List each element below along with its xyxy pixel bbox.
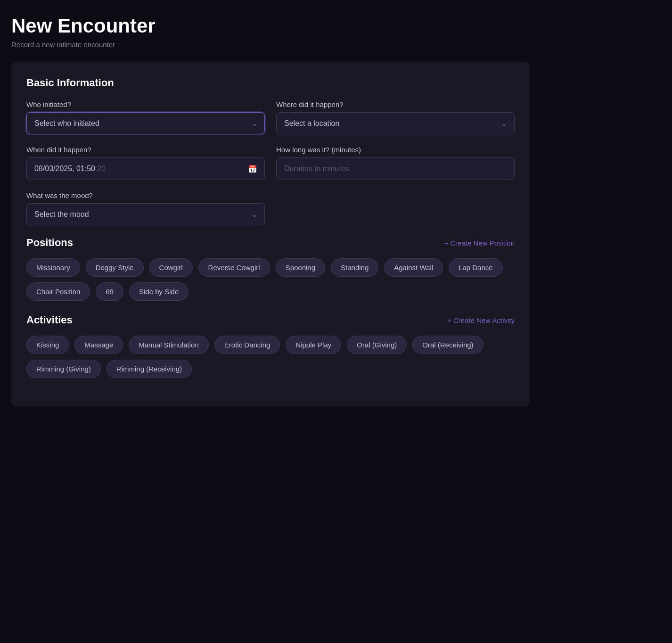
position-chip[interactable]: Against Wall xyxy=(384,258,443,277)
activity-chip[interactable]: Massage xyxy=(74,336,123,354)
form-row-3: What was the mood? Select the mood ⌄ xyxy=(26,191,515,225)
who-initiated-group: Who initiated? Select who initiated ⌄ xyxy=(26,100,265,134)
where-happened-group: Where did it happen? Select a location ⌄ xyxy=(276,100,515,134)
positions-header: Positions + Create New Position xyxy=(26,237,515,249)
positions-title: Positions xyxy=(26,237,73,249)
duration-input[interactable] xyxy=(276,157,515,180)
position-chip[interactable]: Chair Position xyxy=(26,282,90,301)
how-long-group: How long was it? (minutes) xyxy=(276,146,515,180)
datetime-wrapper: 08/03/2025, 01:50:20 📅 xyxy=(26,157,265,180)
position-chip[interactable]: Standing xyxy=(331,258,378,277)
date-value: 08/03/2025, 01:50:20 xyxy=(34,165,106,173)
activity-chip[interactable]: Kissing xyxy=(26,336,69,354)
activity-chip[interactable]: Erotic Dancing xyxy=(214,336,280,354)
mood-select[interactable]: Select the mood xyxy=(26,203,265,225)
form-row-2: When did it happen? 08/03/2025, 01:50:20… xyxy=(26,146,515,180)
position-chip[interactable]: Spooning xyxy=(276,258,325,277)
who-initiated-label: Who initiated? xyxy=(26,100,265,108)
who-initiated-select-wrapper: Select who initiated ⌄ xyxy=(26,112,265,134)
main-card: Basic Information Who initiated? Select … xyxy=(11,62,530,406)
page-subtitle: Record a new intimate encounter xyxy=(11,41,661,49)
position-chip[interactable]: Reverse Cowgirl xyxy=(198,258,270,277)
position-chip[interactable]: Side by Side xyxy=(129,282,188,301)
page-header: New Encounter Record a new intimate enco… xyxy=(11,15,661,49)
page-title: New Encounter xyxy=(11,15,661,37)
activities-chips: KissingMassageManual StimulationErotic D… xyxy=(26,336,515,378)
activity-chip[interactable]: Rimming (Giving) xyxy=(26,360,101,378)
position-chip[interactable]: Lap Dance xyxy=(449,258,503,277)
who-initiated-select[interactable]: Select who initiated xyxy=(26,112,265,134)
activity-chip[interactable]: Rimming (Receiving) xyxy=(107,360,192,378)
date-display[interactable]: 08/03/2025, 01:50:20 xyxy=(26,157,265,180)
mood-group: What was the mood? Select the mood ⌄ xyxy=(26,191,265,225)
create-position-link[interactable]: + Create New Position xyxy=(444,239,515,247)
position-chip[interactable]: Doggy Style xyxy=(86,258,144,277)
where-happened-select[interactable]: Select a location xyxy=(276,112,515,134)
activities-title: Activities xyxy=(26,314,73,326)
positions-chips: MissionaryDoggy StyleCowgirlReverse Cowg… xyxy=(26,258,515,301)
basic-info-title: Basic Information xyxy=(26,77,515,89)
form-row-1: Who initiated? Select who initiated ⌄ Wh… xyxy=(26,100,515,134)
mood-label: What was the mood? xyxy=(26,191,265,199)
activity-chip[interactable]: Nipple Play xyxy=(286,336,341,354)
when-happened-label: When did it happen? xyxy=(26,146,265,154)
position-chip[interactable]: 69 xyxy=(96,282,123,301)
where-happened-label: Where did it happen? xyxy=(276,100,515,108)
mood-select-wrapper: Select the mood ⌄ xyxy=(26,203,265,225)
position-chip[interactable]: Cowgirl xyxy=(149,258,193,277)
create-activity-link[interactable]: + Create New Activity xyxy=(447,316,515,324)
when-happened-group: When did it happen? 08/03/2025, 01:50:20… xyxy=(26,146,265,180)
where-happened-select-wrapper: Select a location ⌄ xyxy=(276,112,515,134)
activity-chip[interactable]: Oral (Giving) xyxy=(347,336,407,354)
activity-chip[interactable]: Manual Stimulation xyxy=(129,336,209,354)
activity-chip[interactable]: Oral (Receiving) xyxy=(412,336,483,354)
how-long-label: How long was it? (minutes) xyxy=(276,146,515,154)
position-chip[interactable]: Missionary xyxy=(26,258,80,277)
activities-header: Activities + Create New Activity xyxy=(26,314,515,326)
